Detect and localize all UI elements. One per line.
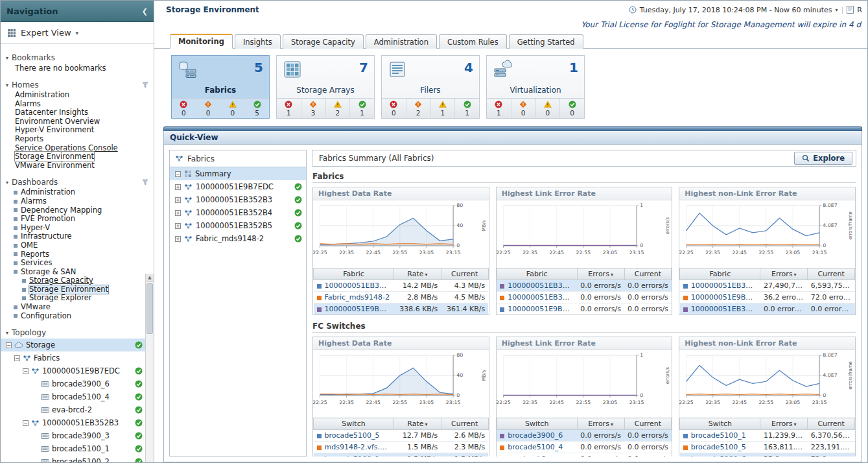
status-critical-cell[interactable]: 3 (301, 99, 325, 118)
topology-node-100000051eb352b3[interactable]: −100000051EB352B3 (1, 416, 154, 429)
status-warning-cell[interactable]: 2 (325, 99, 350, 118)
metric-row-100000051eb352b3[interactable]: 100000051EB352B327,490,703...6,593,754..… (680, 280, 855, 292)
homes-item-datacenter-insights[interactable]: Datacenter Insights (1, 108, 154, 117)
status-fatal-cell[interactable]: 1 (487, 99, 511, 118)
metric-row-brocade5100-5[interactable]: brocade5100_5163,811.1...223,191.7... (680, 442, 855, 453)
tree-expander-icon[interactable]: + (175, 197, 181, 203)
quickview-tree-item-100000051eb352b4[interactable]: +100000051EB352B4 (170, 206, 306, 219)
tile-storage-arrays[interactable]: 7Storage Arrays1321 (276, 55, 375, 119)
metric-row-brocade5100-1[interactable]: brocade5100_11.5 MB/s1.5 MB/s (314, 453, 489, 457)
status-normal-cell[interactable]: 0 (559, 99, 584, 118)
dashboards-item-storage-explorer[interactable]: Storage Explorer (1, 294, 154, 303)
explore-button[interactable]: Explore (794, 152, 852, 165)
dashboards-item-infrastructure[interactable]: Infrastructure (1, 232, 154, 241)
tab-getting-started[interactable]: Getting Started (509, 34, 583, 49)
column-header-current[interactable]: Current (624, 268, 672, 280)
tab-monitoring[interactable]: Monitoring (170, 34, 233, 49)
column-header-rate[interactable]: Rate▾ (394, 268, 441, 280)
tree-expander-icon[interactable]: + (175, 184, 181, 190)
tree-expander-icon[interactable]: − (6, 342, 12, 348)
homes-item-hyper-v-environment[interactable]: Hyper-V Environment (1, 126, 154, 135)
homes-item-environment-overview[interactable]: Environment Overview (1, 117, 154, 126)
column-header-fabric[interactable]: Fabric (680, 268, 760, 280)
quickview-tree-item-100000051eb352b3[interactable]: +100000051EB352B3 (170, 193, 306, 206)
column-header-rate[interactable]: Rate▾ (394, 418, 441, 430)
status-fatal-cell[interactable]: 0 (172, 99, 196, 118)
topology-section-header[interactable]: ▾ Topology (1, 327, 154, 338)
status-normal-cell[interactable]: 1 (349, 99, 374, 118)
metric-row-100000051eb352b4[interactable]: 100000051EB352B40.0 errors/f...0.0 error… (680, 303, 855, 315)
status-warning-cell[interactable]: 0 (535, 99, 560, 118)
column-header-current[interactable]: Current (441, 418, 488, 430)
dashboards-item-alarms[interactable]: Alarms (1, 197, 154, 206)
dashboards-item-configuration[interactable]: Configuration (1, 312, 154, 321)
status-normal-cell[interactable]: 1 (454, 99, 479, 118)
status-warning-cell[interactable]: 1 (430, 99, 455, 118)
dashboards-item-fve-promotion[interactable]: FVE Promotion (1, 215, 154, 224)
dashboards-item-storage-environment[interactable]: Storage Environment (1, 285, 154, 294)
metric-row-brocade5100-5[interactable]: brocade5100_512.7 MB/s2.6 MB/s (314, 430, 489, 442)
dashboards-item-storage-capacity[interactable]: Storage Capacity (1, 276, 154, 285)
quickview-tree-item-100000051eb352b5[interactable]: +100000051EB352B5 (170, 219, 306, 232)
topology-node-brocade3900-6[interactable]: brocade3900_6 (1, 377, 154, 390)
dashboards-item-services[interactable]: Services (1, 259, 154, 268)
tree-expander-icon[interactable]: − (23, 368, 29, 374)
column-header-current[interactable]: Current (441, 268, 488, 280)
metric-row-100000051eb352b4[interactable]: 100000051EB352B40.0 errors/s0.0 errors/s (497, 280, 672, 292)
filter-icon[interactable] (142, 82, 148, 88)
column-header-fabric[interactable]: Fabric (497, 268, 577, 280)
dashboards-item-storage-san[interactable]: Storage & SAN (1, 268, 154, 277)
panel-divider[interactable] (163, 126, 862, 131)
column-header-errors[interactable]: Errors▾ (760, 418, 808, 430)
tile-virtualization[interactable]: 1Virtualization1000 (486, 55, 585, 119)
status-fatal-cell[interactable]: 1 (277, 99, 301, 118)
dashboards-item-dependency-mapping[interactable]: Dependency Mapping (1, 206, 154, 215)
metric-row-100000051e9b7edc[interactable]: 100000051E9B7EDC0.0 errors/s0.0 errors/s (497, 303, 672, 315)
metric-row-eva-brcd-2[interactable]: eva-brcd-20.0 errors/s0.0 errors/s (497, 453, 672, 457)
status-warning-cell[interactable]: 0 (220, 99, 245, 118)
column-header-fabric[interactable]: Fabric (314, 268, 394, 280)
tree-expander-icon[interactable]: + (175, 210, 181, 216)
topology-node-eva-brcd-2[interactable]: eva-brcd-2 (1, 403, 154, 416)
column-header-current[interactable]: Current (808, 418, 855, 430)
status-critical-cell[interactable]: 0 (511, 99, 535, 118)
topology-node-brocade5100-4[interactable]: brocade5100_4 (1, 390, 154, 403)
homes-item-administration[interactable]: Administration (1, 91, 154, 100)
tab-administration[interactable]: Administration (366, 34, 437, 49)
column-header-switch[interactable]: Switch (497, 418, 577, 430)
topology-node-storage[interactable]: −Storage (1, 338, 154, 351)
metric-row-100000051eb352b3[interactable]: 100000051EB352B30.0 errors/s0.0 errors/s (497, 292, 672, 303)
homes-item-reports[interactable]: Reports (1, 135, 154, 144)
dashboards-section-header[interactable]: ▾ Dashboards (1, 176, 154, 188)
column-header-current[interactable]: Current (624, 418, 672, 430)
tree-expander-icon[interactable]: + (175, 223, 181, 229)
tree-expander-icon[interactable]: − (14, 355, 20, 361)
quickview-tree-item-summary[interactable]: −Summary (170, 167, 306, 180)
column-header-errors[interactable]: Errors▾ (760, 268, 808, 280)
dashboards-item-administration[interactable]: Administration (1, 188, 154, 197)
dashboards-item-reports[interactable]: Reports (1, 250, 154, 259)
dashboards-item-vmware[interactable]: VMware (1, 303, 154, 312)
status-critical-cell[interactable]: 0 (196, 99, 220, 118)
tab-custom-rules[interactable]: Custom Rules (439, 34, 507, 49)
column-header-switch[interactable]: Switch (680, 418, 760, 430)
quickview-tree-item-100000051e9b7edc[interactable]: +100000051E9B7EDC (170, 180, 306, 193)
column-header-switch[interactable]: Switch (314, 418, 394, 430)
homes-item-alarms[interactable]: Alarms (1, 100, 154, 109)
metric-row-brocade5100-4[interactable]: brocade5100_40.0 errors/s0.0 errors/s (497, 442, 672, 453)
reports-link[interactable]: R (857, 6, 862, 14)
topology-node-brocade5100-1[interactable]: brocade5100_1 (1, 442, 154, 455)
topology-node-fabrics[interactable]: −Fabrics (1, 351, 154, 364)
dashboards-item-hyper-v[interactable]: Hyper-V (1, 224, 154, 233)
tree-expander-icon[interactable]: + (175, 236, 181, 242)
scroll-up-button[interactable]: ▲ (146, 274, 154, 282)
metric-row-mds9148-2-vfs-stc[interactable]: mds9148-2.vfs.stc...1.5 MB/s2.3 MB/s (314, 442, 489, 453)
column-header-errors[interactable]: Errors▾ (577, 268, 624, 280)
tile-filers[interactable]: 4Filers0211 (381, 55, 480, 119)
tab-storage-capacity[interactable]: Storage Capacity (283, 34, 364, 49)
metric-row-brocade3900-6[interactable]: brocade3900_635.8 errors...72.0 errors..… (680, 453, 855, 457)
view-selector[interactable]: Expert View ▾ (1, 22, 154, 44)
homes-item-vmware-environment[interactable]: VMware Environment (1, 161, 154, 171)
metric-row-brocade3900-6[interactable]: brocade3900_60.0 errors/s0.0 errors/s (497, 430, 672, 442)
tree-expander-icon[interactable]: − (23, 420, 29, 426)
